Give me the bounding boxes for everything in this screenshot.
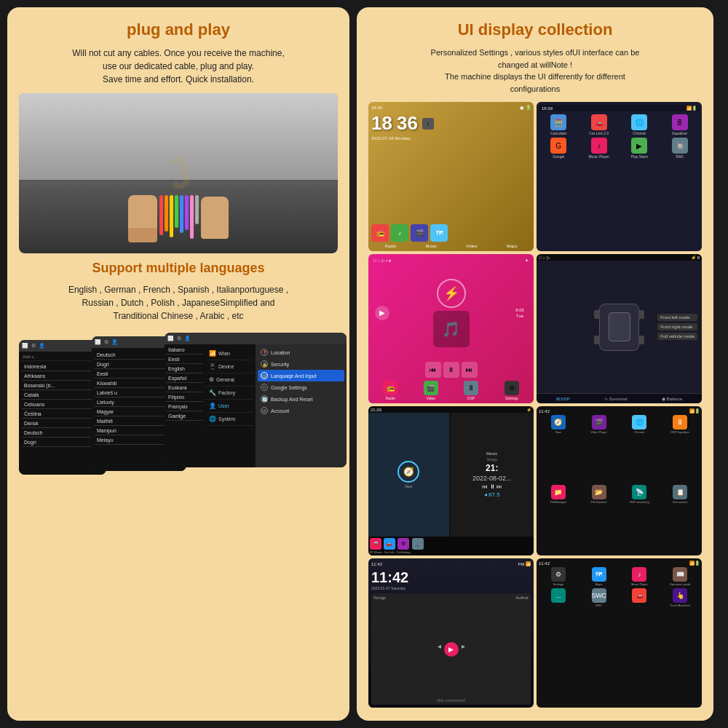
right-panel: UI display collection Personalized Setti… xyxy=(357,7,713,721)
menu-security[interactable]: 🔒 Security xyxy=(258,358,344,370)
ui-cell-clock2: 11:42 FM 📶 11:42 2023-01-07 Saturday Son… xyxy=(368,558,534,708)
settings-nav-system[interactable]: 🌐 System xyxy=(207,413,253,426)
lang-item: Français xyxy=(166,403,203,411)
menu-location[interactable]: 📍 Location xyxy=(258,347,344,358)
ui-collection-desc: Personalized Settings , various styles o… xyxy=(368,47,702,95)
ui-cell-apps2: 11:42 📶🔋 🧭 Navi 🎬 Video Player 🌐 Chrome xyxy=(537,406,702,555)
lang-item: Gaeilge xyxy=(166,412,203,421)
plug-play-title: plug and play xyxy=(19,20,338,39)
settings-screenshot-area: ⬜ ⚙ 👤 Add s... Indonesia Afrikaans Bosan… xyxy=(19,333,338,486)
settings-nav-general[interactable]: ⚙ General xyxy=(207,373,253,387)
lang-desc: English , German , French , Spanish , It… xyxy=(19,283,338,323)
menu-backup-reset[interactable]: 🔄 Backup And Reset xyxy=(258,393,344,405)
lang-item: Español xyxy=(166,374,203,383)
plug-play-desc: Will not cut any cables. Once you receiv… xyxy=(19,47,338,86)
menu-account[interactable]: @ Account xyxy=(258,405,344,416)
lang-title: Support multiple languages xyxy=(19,261,338,276)
lang-item: Euskara xyxy=(166,384,203,392)
screen-layer-3: ⬜ ⚙ 👤 Italiano Eesti English Español Eus… xyxy=(165,333,347,467)
settings-nav-device[interactable]: 📱 Device xyxy=(207,360,253,373)
menu-google-settings[interactable]: G Google Settings xyxy=(258,381,344,393)
ui-cell-app-grid: 18:39 📶🔋 🧮 Calculator 🚗 Car Link 2.0 🌐 C xyxy=(537,102,702,251)
ui-collection-title: UI display collection xyxy=(368,20,702,39)
ui-cell-nav: 21:26 ⚡ 🧭 Navi Music Songs 21: 2022-08-0… xyxy=(368,406,534,555)
settings-nav-wlan[interactable]: 📶 Wlan xyxy=(207,347,253,360)
ui-cell-bluetooth: □ ○ ▷ • ♦ ✦ ▶ ⚡ 🎵 8:05 Tue xyxy=(368,254,534,403)
menu-language-input[interactable]: ⌨ Lanquaqe And Input xyxy=(258,370,344,381)
lang-item: Italiano xyxy=(166,346,203,355)
settings-nav-factory[interactable]: 🔧 Factory xyxy=(207,387,253,400)
ui-cell-clock: 18:36 ▣ 🔋 18 36 ♪ 2022-07-18 Monday 📻 ♪ … xyxy=(368,102,534,251)
install-image: J xyxy=(19,93,338,253)
settings-nav-user[interactable]: 👤 User xyxy=(207,400,253,413)
ui-grid: 18:36 ▣ 🔋 18 36 ♪ 2022-07-18 Monday 📻 ♪ … xyxy=(368,102,702,708)
lang-item: Filipino xyxy=(166,393,203,402)
left-panel: plug and play Will not cut any cables. O… xyxy=(7,7,349,721)
ui-cell-dsp: □ ○ ▷ ⚡ 8 Front left mode Front right m xyxy=(537,254,702,403)
lang-item: Eesti xyxy=(166,355,203,364)
ui-cell-maps: 11:42 📶🔋 ⚙ Settings 🗺 Maps ♪ Music Playe… xyxy=(537,558,702,708)
lang-item: English xyxy=(166,365,203,373)
